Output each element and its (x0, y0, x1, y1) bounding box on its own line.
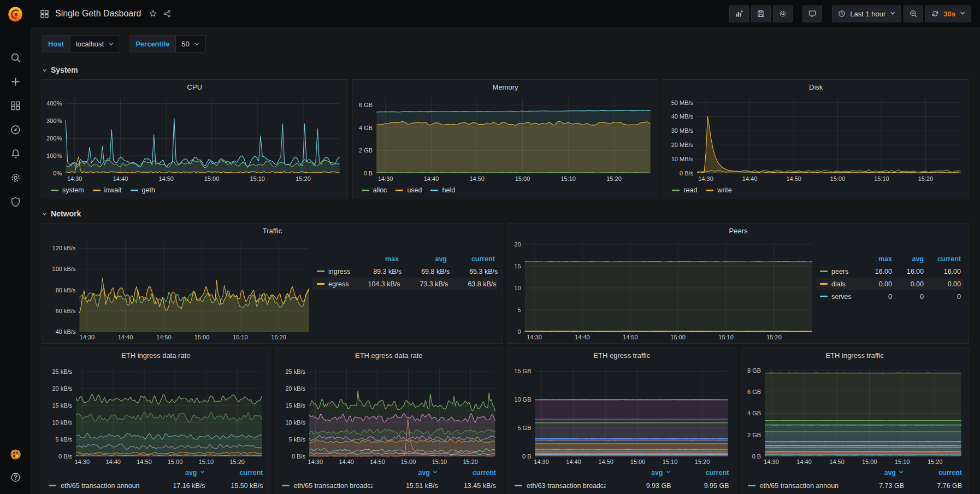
svg-text:14:40: 14:40 (566, 458, 581, 465)
clock-icon (837, 9, 846, 18)
sidebar-item-search[interactable] (6, 49, 25, 66)
legend-sort-avg[interactable]: avg (894, 255, 926, 263)
legend-label: iowait (104, 186, 122, 194)
panel-chart[interactable]: 14:3014:4014:5015:0015:1015:2040 kB/s60 … (44, 238, 312, 342)
legend-item[interactable]: eth/65 transaction announcement (748, 482, 839, 490)
svg-text:14:30: 14:30 (527, 334, 542, 340)
panel-eth-egress-data-rate: ETH egress data rate14:3014:4014:5015:00… (275, 348, 504, 494)
legend-item[interactable]: ingress (312, 268, 350, 275)
panel-chart[interactable]: 14:3014:4014:5015:0015:1015:200 B2 GB4 G… (355, 95, 654, 184)
panel-chart[interactable]: 14:3014:4014:5015:0015:1015:200 B/s5 kB/… (44, 363, 265, 467)
panel-peers: Peers14:3014:4014:5015:0015:1015:2005101… (507, 223, 969, 344)
dashboard-settings-button[interactable] (773, 5, 793, 22)
legend-table: maxavgcurrentpeers16.0016.0016.00dials0.… (816, 252, 964, 303)
legend-item[interactable]: alloc (362, 186, 387, 194)
legend-label: write (717, 186, 731, 194)
section-label: Network (51, 209, 81, 218)
legend-item[interactable]: iowait (93, 186, 122, 194)
help-icon[interactable] (6, 469, 25, 485)
svg-text:14:30: 14:30 (308, 458, 323, 465)
legend-sort-avg[interactable]: avg (373, 469, 438, 477)
legend-sort-current[interactable]: current (926, 255, 963, 263)
time-range-picker[interactable]: Last 1 hour (832, 5, 901, 22)
panel-title[interactable]: CPU (42, 80, 347, 95)
variable-select-percentile[interactable]: 50 (175, 35, 205, 52)
panel-chart[interactable]: 14:3014:4014:5015:0015:1015:200 B5 GB10 … (510, 363, 731, 467)
legend-sort-current[interactable]: current (904, 469, 962, 477)
panel-chart[interactable]: 14:3014:4014:5015:0015:1015:200 B/s10 MB… (665, 95, 964, 184)
save-dashboard-button[interactable] (751, 5, 771, 22)
svg-text:6 GB: 6 GB (747, 389, 761, 395)
legend-item[interactable]: peers (816, 268, 857, 275)
panel-chart[interactable]: 14:3014:4014:5015:0015:1015:200%100%200%… (44, 95, 343, 184)
legend-row: egress104.3 kB/s73.3 kB/s63.8 kB/s (312, 278, 497, 290)
legend-sort-avg[interactable]: avg (839, 469, 904, 477)
legend-item[interactable]: geth (131, 186, 155, 194)
panel-title[interactable]: Traffic (42, 224, 503, 238)
user-avatar[interactable] (6, 446, 25, 462)
legend-value: 0.00 (926, 280, 963, 288)
sidebar-item-create[interactable] (6, 73, 25, 90)
legend-value: 0 (894, 293, 926, 301)
legend-item[interactable]: held (430, 186, 455, 194)
add-panel-button[interactable] (729, 5, 749, 22)
svg-text:50 MB/s: 50 MB/s (671, 99, 694, 106)
legend-sort-avg[interactable]: avg (401, 255, 449, 263)
legend-sort-current[interactable]: current (438, 469, 496, 477)
sidebar-item-dashboards[interactable] (6, 97, 25, 114)
panel-title[interactable]: ETH ingress traffic (741, 348, 969, 363)
zoom-out-button[interactable] (904, 5, 923, 22)
panel-chart[interactable]: 14:3014:4014:5015:0015:1015:200 B2 GB4 G… (743, 363, 965, 467)
legend-item[interactable]: write (706, 186, 731, 194)
variable-select-host[interactable]: localhost (70, 35, 120, 52)
svg-text:40 kB/s: 40 kB/s (56, 328, 76, 335)
dashboard-title[interactable]: Single Geth Dasboard (55, 9, 141, 19)
sidebar-item-explore[interactable] (6, 121, 25, 138)
legend-sort-avg[interactable]: avg (140, 469, 205, 477)
sidebar-item-server-admin[interactable] (6, 193, 25, 210)
panel-title[interactable]: ETH egress traffic (508, 348, 736, 363)
legend-sort-current[interactable]: current (205, 469, 263, 477)
panel-title[interactable]: ETH ingress data rate (42, 348, 270, 363)
main-area: Single Geth Dasboard Last 1 hour 30s (31, 0, 980, 494)
grafana-logo[interactable] (0, 0, 31, 28)
legend-sort-max[interactable]: max (857, 255, 894, 263)
svg-text:14:30: 14:30 (534, 458, 549, 465)
legend-item[interactable]: eth/65 transaction announcement (49, 482, 140, 490)
svg-text:0 B/s: 0 B/s (292, 453, 306, 460)
svg-text:15:00: 15:00 (168, 458, 183, 465)
svg-text:14:40: 14:40 (339, 458, 354, 465)
cycle-view-button[interactable] (802, 5, 822, 22)
legend-item[interactable]: egress (312, 280, 349, 288)
legend-sort-max[interactable]: max (347, 255, 401, 263)
sidebar-item-configuration[interactable] (6, 169, 25, 186)
section-system[interactable]: System (42, 63, 969, 77)
svg-text:10 kB/s: 10 kB/s (52, 419, 72, 426)
legend-item[interactable]: eth/63 transaction broadcast (515, 482, 606, 490)
legend-sort-current[interactable]: current (671, 469, 729, 477)
legend-sort-avg[interactable]: avg (606, 469, 671, 477)
variable-host: Host localhost (42, 35, 120, 52)
panel-title[interactable]: Peers (508, 224, 969, 238)
panel-chart[interactable]: 14:3014:4014:5015:0015:1015:2005101520 (510, 238, 816, 342)
legend-item[interactable]: system (51, 186, 84, 194)
share-icon[interactable] (163, 9, 172, 18)
panel-title[interactable]: ETH egress data rate (275, 348, 503, 363)
legend-item[interactable]: eth/65 transaction broadcast (282, 482, 373, 490)
legend-sort-current[interactable]: current (449, 255, 497, 263)
sidebar-item-alerting[interactable] (6, 145, 25, 162)
panel-title[interactable]: Disk (663, 80, 969, 95)
panel-chart[interactable]: 14:3014:4014:5015:0015:1015:200 B/s5 kB/… (278, 363, 499, 467)
svg-text:14:50: 14:50 (137, 458, 152, 465)
legend-item[interactable]: serves (816, 293, 857, 301)
legend-item[interactable]: dials (816, 280, 857, 288)
legend-item[interactable]: used (395, 186, 422, 194)
legend-item[interactable]: read (672, 186, 697, 194)
legend-value: 0.00 (857, 280, 894, 288)
section-network[interactable]: Network (42, 207, 969, 220)
refresh-button[interactable]: 30s (925, 5, 971, 22)
legend: allocusedheld (355, 184, 654, 197)
star-icon[interactable] (149, 9, 157, 18)
panel-title[interactable]: Memory (353, 80, 658, 95)
legend-row: ingress89.3 kB/s69.8 kB/s65.3 kB/s (312, 265, 497, 278)
